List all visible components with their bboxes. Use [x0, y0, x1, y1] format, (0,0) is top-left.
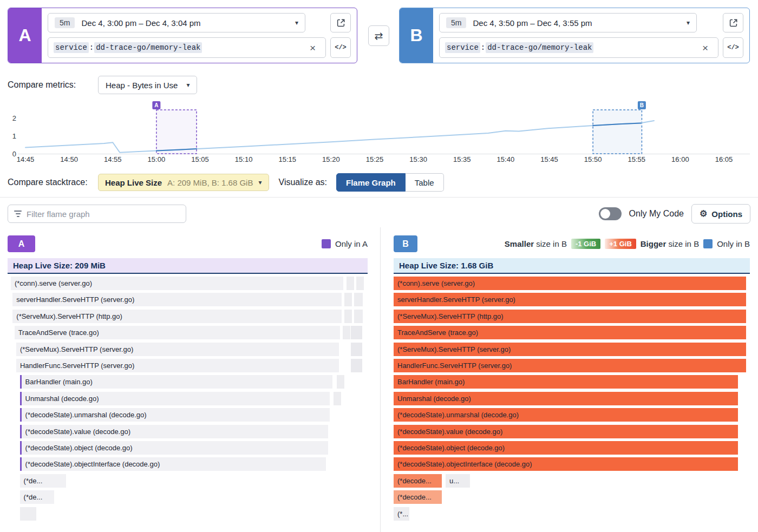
- flame-a-legend: Only in A: [322, 239, 368, 248]
- query-token: dd-trace-go/memory-leak: [486, 42, 593, 53]
- flame-frame[interactable]: u...: [446, 474, 470, 488]
- x-tick-label: 15:25: [366, 155, 384, 163]
- flame-frame[interactable]: [354, 293, 363, 306]
- time-range-select-b[interactable]: 5m Dec 4, 3:50 pm – Dec 4, 3:55 pm ▾: [439, 13, 697, 32]
- filter-flame-graph-input[interactable]: [27, 209, 180, 219]
- flame-frame[interactable]: [351, 343, 362, 356]
- flame-frame[interactable]: [20, 507, 37, 521]
- x-tick-label: 15:10: [235, 155, 253, 163]
- flame-frame[interactable]: (*ServeMux).ServeHTTP (server.go): [16, 343, 339, 356]
- flame-frame[interactable]: (*ServeMux).ServeHTTP (server.go): [394, 343, 746, 356]
- only-in-b-label: Only in B: [717, 239, 750, 248]
- flame-frame[interactable]: [344, 310, 352, 323]
- flame-frame[interactable]: HandlerFunc.ServeHTTP (server.go): [16, 359, 339, 372]
- flame-a-badge: A: [8, 235, 35, 252]
- selection-box-a[interactable]: [156, 110, 197, 154]
- flame-frame[interactable]: [343, 326, 350, 339]
- flame-frame[interactable]: serverHandler.ServeHTTP (server.go): [394, 293, 746, 306]
- flame-frame[interactable]: (*decodeState).objectInterface (decode.g…: [394, 457, 738, 471]
- query-token: :: [480, 42, 486, 53]
- flame-frame[interactable]: (*decode...: [394, 474, 442, 488]
- query-token: dd-trace-go/memory-leak: [94, 42, 202, 53]
- flame-frame[interactable]: BarHandler (main.go): [394, 375, 738, 389]
- code-editor-button-b[interactable]: </>: [723, 37, 743, 58]
- code-editor-button-a[interactable]: </>: [330, 37, 351, 58]
- query-input-b[interactable]: service:dd-trace-go/memory-leak ×: [439, 37, 718, 58]
- flame-frame[interactable]: (*decodeState).value (decode.go): [20, 425, 328, 438]
- flame-frame[interactable]: serverHandler.ServeHTTP (server.go): [12, 293, 342, 306]
- flame-graph-toolbar: Only My Code ⚙ Options: [8, 204, 750, 224]
- flame-frame[interactable]: [334, 392, 341, 405]
- flame-frame[interactable]: (*...: [394, 507, 409, 521]
- flame-frame[interactable]: [344, 293, 352, 306]
- flame-frame[interactable]: [347, 277, 354, 290]
- flame-frame[interactable]: (*ServeMux).ServeHTTP (http.go): [394, 310, 746, 323]
- swap-icon: ⇄: [375, 30, 383, 42]
- query-input-a[interactable]: service:dd-trace-go/memory-leak ×: [48, 37, 326, 58]
- flame-frame[interactable]: (*decodeState).objectInterface (decode.g…: [20, 457, 326, 471]
- smaller-legend-bold: Smaller: [505, 239, 534, 248]
- series-heap-bytes-in-use: [25, 121, 654, 153]
- swap-profiles-button[interactable]: ⇄: [368, 25, 389, 46]
- flame-frame[interactable]: [356, 277, 364, 290]
- compare-panel-b: B 5m Dec 4, 3:50 pm – Dec 4, 3:55 pm ▾ s…: [399, 8, 750, 63]
- x-tick-label: 15:50: [584, 155, 602, 163]
- y-tick-label: 0: [12, 150, 16, 158]
- flame-frame[interactable]: TraceAndServe (trace.go): [394, 326, 746, 339]
- flame-frame[interactable]: [351, 359, 362, 372]
- flame-a-root-frame[interactable]: Heap Live Size: 209 MiB: [8, 258, 368, 274]
- flame-frame[interactable]: (*de...: [20, 474, 66, 488]
- profile-compare-page: A 5m Dec 4, 3:00 pm – Dec 4, 3:04 pm ▾ s…: [0, 0, 758, 532]
- flame-frame[interactable]: Unmarshal (decode.go): [394, 392, 738, 405]
- time-range-text-b: Dec 4, 3:50 pm – Dec 4, 3:55 pm: [473, 18, 680, 28]
- clear-query-button-a[interactable]: ×: [305, 43, 320, 53]
- stacktrace-metric-select[interactable]: Heap Live Size A: 209 MiB, B: 1.68 GiB ▾: [98, 174, 269, 191]
- flame-frame[interactable]: HandlerFunc.ServeHTTP (server.go): [394, 359, 746, 372]
- query-token: :: [89, 42, 94, 53]
- flame-frame[interactable]: (*decodeState).object (decode.go): [394, 441, 738, 455]
- flame-frame[interactable]: (*decodeState).value (decode.go): [394, 425, 738, 438]
- clear-query-button-b[interactable]: ×: [698, 43, 713, 53]
- x-tick-label: 16:00: [671, 155, 689, 163]
- flame-b-root-frame[interactable]: Heap Live Size: 1.68 GiB: [394, 258, 750, 274]
- flame-frame[interactable]: (*decode...: [394, 490, 442, 504]
- flame-frame[interactable]: (*conn).serve (server.go): [11, 277, 343, 290]
- table-tab[interactable]: Table: [406, 173, 444, 192]
- x-tick-label: 14:55: [104, 155, 122, 163]
- only-my-code-toggle[interactable]: [599, 207, 622, 220]
- flame-frame[interactable]: (*de...: [20, 490, 55, 504]
- chevron-down-icon: ▾: [186, 82, 190, 88]
- metric-select[interactable]: Heap - Bytes in Use ▾: [98, 76, 197, 94]
- flame-frame[interactable]: BarHandler (main.go): [20, 375, 332, 389]
- stacktrace-select-detail: A: 209 MiB, B: 1.68 GiB: [167, 178, 253, 187]
- open-in-new-button-a[interactable]: [330, 13, 351, 32]
- time-range-select-a[interactable]: 5m Dec 4, 3:00 pm – Dec 4, 3:04 pm ▾: [48, 13, 305, 32]
- flame-frame[interactable]: (*conn).serve (server.go): [394, 277, 746, 290]
- selection-box-b[interactable]: [593, 110, 642, 154]
- query-tokens-a: service:dd-trace-go/memory-leak: [54, 43, 202, 52]
- x-tick-label: 15:35: [453, 155, 471, 163]
- stacktrace-select-value: Heap Live Size: [105, 178, 162, 187]
- flame-frame[interactable]: (*decodeState).object (decode.go): [20, 441, 328, 455]
- open-in-new-icon: [337, 19, 345, 27]
- compare-stacktrace-label: Compare stacktrace:: [8, 178, 98, 187]
- y-tick-label: 1: [12, 132, 16, 140]
- flame-frame[interactable]: [337, 375, 344, 389]
- compare-stacktrace-row: Compare stacktrace: Heap Live Size A: 20…: [8, 173, 444, 192]
- chevron-down-icon: ▾: [258, 179, 262, 186]
- metric-timeseries-chart[interactable]: AB14:4514:5014:5515:0015:0515:1015:1515:…: [0, 100, 758, 170]
- flame-frame[interactable]: Unmarshal (decode.go): [20, 392, 330, 405]
- options-button[interactable]: ⚙ Options: [691, 204, 750, 224]
- flame-frame[interactable]: [351, 326, 362, 339]
- flame-frame[interactable]: [354, 310, 363, 323]
- panel-divider: [380, 227, 381, 532]
- flame-frame[interactable]: (*decodeState).unmarshal (decode.go): [20, 408, 330, 422]
- duration-chip-b: 5m: [446, 17, 466, 28]
- flame-graph-tab[interactable]: Flame Graph: [336, 173, 406, 192]
- flame-frame[interactable]: (*ServeMux).ServeHTTP (http.go): [12, 310, 342, 323]
- open-in-new-button-b[interactable]: [723, 13, 743, 32]
- duration-chip-a: 5m: [55, 17, 75, 28]
- flame-frame[interactable]: TraceAndServe (trace.go): [15, 326, 340, 339]
- chevron-down-icon: ▾: [687, 19, 690, 26]
- flame-frame[interactable]: (*decodeState).unmarshal (decode.go): [394, 408, 738, 422]
